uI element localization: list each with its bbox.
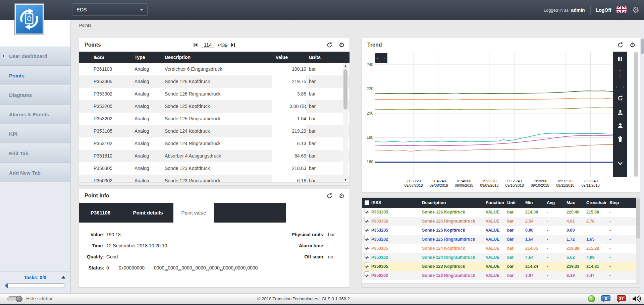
- sidebar-item-edit-tab[interactable]: Edit Tab: [0, 143, 70, 163]
- app-select-dropdown[interactable]: EDS: [72, 3, 148, 16]
- scrollbar-thumb[interactable]: [641, 39, 644, 54]
- messages-badge-blue[interactable]: 0: [601, 295, 610, 301]
- refresh-icon[interactable]: [326, 193, 333, 199]
- series-checkbox[interactable]: ✓: [365, 244, 369, 249]
- page-number-input[interactable]: 114: [201, 42, 214, 48]
- col-unit[interactable]: Unit: [507, 198, 516, 208]
- min-cell: 2.54: [525, 217, 533, 226]
- trend-row-P350305[interactable]: ✓P350305Sonde 123 KopfdruckVALUEbar214.2…: [362, 262, 636, 271]
- points-row-P353205[interactable]: P353205AnalogSonde 125 Kopfdruck0.00 (B)…: [79, 100, 350, 113]
- desc-cell: Verdichter 6 Eingangsdruck: [165, 63, 222, 75]
- sidebar-item-points[interactable]: Points: [0, 66, 70, 85]
- type-cell: Analog: [135, 63, 149, 75]
- series-checkbox[interactable]: ✓: [365, 235, 369, 240]
- point-id-label: P361108: [91, 203, 110, 223]
- series-checkbox[interactable]: ✓: [365, 217, 369, 222]
- trend-row-P353305[interactable]: ✓P353305Sonde 126 KopfdruckVALUEbar214.0…: [362, 208, 636, 217]
- series-checkbox[interactable]: ✓: [365, 226, 369, 231]
- tab-point-value[interactable]: Point value: [173, 203, 214, 223]
- unit-cell: bar: [507, 235, 514, 244]
- value-cell: 6.16: [272, 175, 306, 183]
- trend-row-P353102[interactable]: ✓P353102Sonde 124 RingraumdruckVALUEbar4…: [362, 253, 636, 262]
- series-checkbox[interactable]: ✓: [365, 253, 369, 258]
- sidebar-item-diagrams[interactable]: Diagrams: [0, 85, 70, 105]
- points-row-P353202[interactable]: P353202AnalogSonde 125 Ringraumdruck1.64…: [79, 113, 350, 125]
- col-step[interactable]: Step: [609, 198, 619, 208]
- points-row-P350305[interactable]: P350305AnalogSonde 123 Kopfdruck218.63ba…: [79, 162, 350, 175]
- col-iess[interactable]: IESS: [94, 52, 104, 63]
- trend-row-P353202[interactable]: ✓P353202Sonde 125 RingraumdruckVALUEbar1…: [362, 235, 636, 244]
- refresh-icon[interactable]: [326, 42, 333, 48]
- tasks-collapse-icon[interactable]: [61, 276, 65, 279]
- points-row-P353302[interactable]: P353302AnalogSonde 126 Ringraumdruck3.85…: [79, 88, 350, 100]
- points-scrollbar[interactable]: ▲ ▼: [343, 63, 348, 183]
- series-checkbox[interactable]: ✓: [365, 271, 369, 276]
- points-row-P361108[interactable]: P361108AnalogVerdichter 6 Eingangsdruck1…: [79, 63, 350, 75]
- logoff-button[interactable]: LogOff: [596, 7, 611, 13]
- pause-icon[interactable]: [613, 56, 627, 63]
- type-cell: Analog: [135, 175, 149, 183]
- series-checkbox[interactable]: ✓: [365, 208, 369, 212]
- trend-row-P353302[interactable]: ✓P353302Sonde 126 RingraumdruckVALUEbar2…: [362, 217, 636, 226]
- trend-scrollbar[interactable]: [634, 52, 638, 177]
- series-checkbox[interactable]: ✓: [365, 262, 369, 267]
- col-description[interactable]: Description: [422, 198, 446, 208]
- scroll-up-icon[interactable]: ▲: [343, 64, 348, 67]
- tab-point-details[interactable]: Point details: [126, 203, 170, 223]
- page-scrollbar[interactable]: [640, 20, 644, 293]
- sidebar-item-alarms-events[interactable]: Alarms & Events: [0, 105, 70, 124]
- points-hscrollbar[interactable]: [79, 182, 350, 185]
- collapse-chevron-icon[interactable]: [613, 161, 627, 167]
- points-row-P353102[interactable]: P353102AnalogSonde 124 Ringraumdruck6.13…: [79, 137, 350, 150]
- sidebar-item-add-new-tab[interactable]: Add New Tab: [0, 163, 70, 182]
- uk-flag-icon[interactable]: [616, 6, 627, 14]
- expand-horizontal-icon[interactable]: ← →: [613, 84, 627, 88]
- refresh-icon[interactable]: [617, 42, 624, 48]
- scroll-down-icon[interactable]: ▼: [343, 178, 348, 182]
- delete-trash-icon[interactable]: [613, 136, 627, 143]
- col-max[interactable]: Max: [567, 198, 575, 208]
- trend-row-P353205[interactable]: ✓P353205Sonde 125 KopfdruckVALUEbar0.00-…: [362, 226, 636, 235]
- alarms-badge-red[interactable]: 27: [617, 295, 626, 301]
- unit-cell: bar: [507, 244, 514, 253]
- col-iess[interactable]: IESS: [371, 198, 381, 208]
- sidebar-menu: User dashboardPointsDiagramsAlarms & Eve…: [0, 46, 70, 182]
- func-cell: VALUE: [486, 217, 499, 226]
- reset-zoom-icon[interactable]: [613, 95, 627, 103]
- col-crosshair[interactable]: Crosshair: [586, 198, 608, 208]
- select-all-checkbox[interactable]: ✓: [365, 200, 369, 205]
- points-row-P353105[interactable]: P353105AnalogSonde 124 Kopfdruck219.29ba…: [79, 125, 350, 137]
- col-type[interactable]: Type: [135, 52, 145, 63]
- expand-vertical-icon[interactable]: ↑↓: [613, 69, 627, 77]
- step-cell: -: [609, 208, 611, 217]
- step-cell: -: [609, 235, 611, 244]
- scrollbar-thumb[interactable]: [343, 69, 347, 110]
- col-function[interactable]: Function: [486, 198, 504, 208]
- speaker-icon[interactable]: [632, 295, 641, 304]
- gear-icon[interactable]: ⚙: [339, 42, 345, 48]
- gear-icon[interactable]: ⚙: [630, 42, 636, 48]
- points-row-P350302[interactable]: P350302AnalogSonde 123 Ringraumdruck6.16…: [79, 175, 350, 183]
- gear-icon[interactable]: ⚙: [339, 192, 345, 199]
- step-cell: -: [609, 226, 611, 235]
- settings-gear-icon[interactable]: ⚙: [632, 6, 639, 14]
- col-value[interactable]: Value: [233, 52, 288, 63]
- first-page-icon[interactable]: [193, 43, 198, 47]
- trend-row-P350302[interactable]: ✓P350302Sonde 123 RingraumdruckVALUEbar3…: [362, 271, 636, 280]
- series-line-P353305: [375, 108, 613, 110]
- trend-chart[interactable]: [375, 52, 613, 177]
- points-row-P351810[interactable]: P351810AnalogAbsorber 4 Ausgangsdruck84.…: [79, 150, 350, 162]
- col-avg[interactable]: Avg: [547, 198, 555, 208]
- status-led-icon[interactable]: [588, 295, 595, 302]
- trend-row-P353105[interactable]: ✓P353105Sonde 124 KopfdruckVALUEbar214.0…: [362, 244, 636, 253]
- sidebar-item-user-dashboard[interactable]: User dashboard: [0, 46, 70, 66]
- export-upload-icon[interactable]: [613, 109, 627, 117]
- col-description[interactable]: Description: [165, 52, 191, 63]
- import-download-icon[interactable]: [613, 123, 627, 130]
- col-min[interactable]: Min: [525, 198, 533, 208]
- pan-mode-icon[interactable]: ← →: [375, 53, 387, 63]
- last-page-icon[interactable]: [231, 43, 235, 47]
- sidebar-item-kpi[interactable]: KPI: [0, 124, 70, 143]
- points-row-P353305[interactable]: P353305AnalogSonde 126 Kopfdruck219.75ba…: [79, 75, 350, 88]
- trend-table-panel: ✓ IESS Description Function Unit Min Avg…: [362, 197, 641, 288]
